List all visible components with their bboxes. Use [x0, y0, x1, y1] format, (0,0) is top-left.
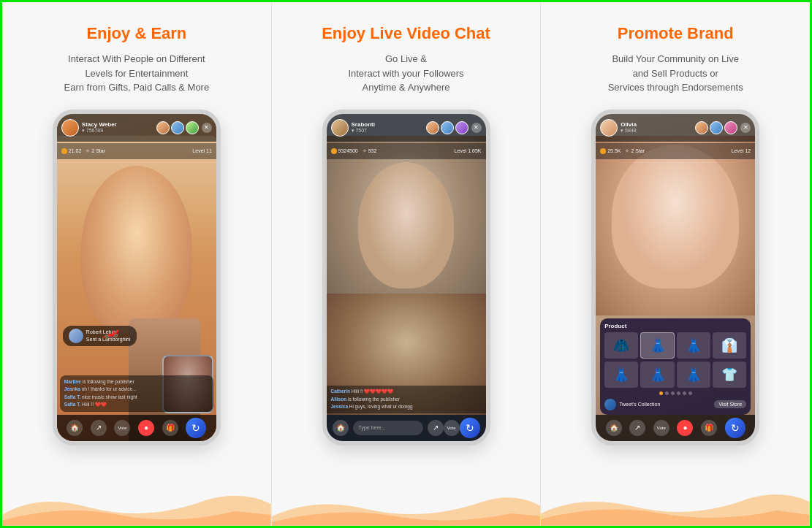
p3-share-icon[interactable]: ↗	[629, 420, 645, 436]
stat-star: ✧ 2 Star	[86, 148, 105, 154]
panel-live-chat: Enjoy Live Video Chat Go Live & Interact…	[272, 2, 542, 526]
panel2-stat-star: ✧ 932	[363, 148, 377, 154]
vote-icon[interactable]: Vote	[114, 420, 130, 436]
p3-vote-icon[interactable]: Vote	[653, 420, 669, 436]
panel2-face-top	[327, 136, 486, 315]
product-panel: Product 🧥 👗 👗 👔 👗 👗 👗 👕	[600, 318, 751, 415]
panel3-user-info: Olivia ▾ 5848	[621, 121, 695, 134]
panel2-face-top-inner	[327, 136, 486, 315]
share-icon[interactable]: ↗	[91, 420, 107, 436]
p2-vote-icon[interactable]: Vote	[444, 420, 460, 436]
stat-coins: 21.02	[61, 148, 82, 154]
panel2-phone: Srabonti ▾ 7507 ✕	[322, 110, 490, 445]
product-item-1[interactable]: 🧥	[604, 332, 638, 359]
p2-chat-line-1: Catherin Hiiii !! ❤️❤️❤️❤️❤️	[331, 388, 482, 395]
p2-share-icon[interactable]: ↗	[428, 420, 444, 436]
panel3-user-followers: ▾ 5848	[621, 128, 695, 134]
product-label: Product	[604, 323, 746, 329]
panel2-stat-coins: 9324500	[331, 148, 358, 154]
p3-record-icon[interactable]: ●	[677, 420, 693, 436]
panel1-bottom-bar: 🏠 ↗ Vote ● 🎁 ↻	[57, 415, 216, 441]
store-avatar	[604, 399, 616, 410]
record-icon[interactable]: ●	[138, 420, 154, 436]
p3-gift-icon[interactable]: 🎁	[701, 420, 717, 436]
p2-chat-line-3: Jessica Hi guys, loving what ur doingg	[331, 403, 482, 410]
visit-store-button[interactable]: Visit Store	[714, 400, 746, 408]
panel1-user-name: Stacy Weber	[82, 121, 156, 129]
chat-overlay: Martine is following the publisher Jeank…	[60, 375, 213, 412]
product-item-8[interactable]: 👕	[713, 361, 746, 388]
p3-home-icon[interactable]: 🏠	[606, 420, 622, 436]
dot-5	[683, 391, 686, 395]
avatar-dot-p3-1	[695, 121, 708, 134]
product-item-7[interactable]: 👗	[677, 361, 710, 388]
panel2-close-btn[interactable]: ✕	[471, 123, 482, 133]
product-item-3[interactable]: 👗	[677, 332, 710, 359]
type-input[interactable]: Type here...	[353, 421, 423, 435]
p2-home-icon[interactable]: 🏠	[333, 420, 349, 436]
chat-line-4: Safia T. Hiiii !! ❤️❤️	[64, 401, 209, 408]
gift-avatar	[69, 329, 83, 343]
p2-chat-line-2: Allison is following the publisher	[331, 396, 482, 403]
panel2-stat-level: Level 1.65K	[455, 148, 482, 153]
panel3-desc: Build Your Community on Live and Sell Pr…	[608, 52, 743, 95]
store-name: Tweet's Collection	[619, 402, 711, 407]
brush-accent-2	[272, 486, 541, 526]
panel3-stat-level: Level 12	[732, 148, 751, 153]
brush-accent-1	[2, 486, 271, 526]
panel3-stats: 25.5K ✧ 2 Star Level 12	[596, 143, 755, 159]
main-container: Enjoy & Earn Interact With People on Dif…	[2, 2, 810, 526]
product-item-5[interactable]: 👗	[604, 361, 638, 388]
panel3-phone: Olivia ▾ 5848 ✕	[591, 110, 759, 445]
panel2-user-followers: ▾ 7507	[352, 128, 426, 134]
p2-main-action-icon[interactable]: ↻	[460, 418, 480, 438]
panel-enjoy-earn: Enjoy & Earn Interact With People on Dif…	[2, 2, 272, 526]
panel1-title: Enjoy & Earn	[86, 24, 186, 43]
dot-4	[677, 391, 680, 395]
panel1-stats: 21.02 ✧ 2 Star Level 11	[57, 143, 216, 159]
product-item-4[interactable]: 👔	[713, 332, 746, 359]
gift-overlay: Robert Lebine Sent a Lamborghini	[63, 326, 137, 346]
chat-line-2: Jeanka oh ! thanks for ur advice...	[64, 386, 209, 393]
dot-2	[665, 391, 669, 395]
car-emoji: 🏎️	[100, 320, 120, 339]
panel2-title: Enjoy Live Video Chat	[322, 24, 490, 43]
panel2-user-name: Srabonti	[352, 121, 426, 129]
product-item-2[interactable]: 👗	[640, 332, 674, 359]
avatar-dot-p3-3	[724, 121, 737, 134]
panel2-user-avatar	[331, 119, 349, 137]
panel2-coin-icon	[331, 148, 337, 154]
avatar-dot-1	[156, 121, 170, 134]
panel3-user-avatar	[600, 119, 618, 137]
panel1-user-avatar	[61, 119, 79, 137]
product-dots	[604, 391, 746, 395]
panel3-bottom-bar: 🏠 ↗ Vote ● 🎁 ↻	[596, 415, 755, 441]
home-icon[interactable]: 🏠	[67, 420, 83, 436]
panel1-header-avatars	[156, 121, 199, 134]
panel3-coin-icon	[600, 148, 606, 154]
panel3-user-name: Olivia	[621, 121, 695, 129]
panel3-screen: Olivia ▾ 5848 ✕	[596, 114, 755, 441]
panel1-user-info: Stacy Weber ▾ 756789	[82, 121, 156, 134]
product-grid-row1: 🧥 👗 👗 👔	[604, 332, 746, 359]
panel1-screen: Stacy Weber ▾ 756789 ✕	[57, 114, 216, 441]
coin-icon	[61, 148, 67, 154]
p3-main-action-icon[interactable]: ↻	[725, 418, 745, 438]
panel2-chat-overlay: Catherin Hiiii !! ❤️❤️❤️❤️❤️ Allison is …	[327, 386, 486, 413]
panel3-close-btn[interactable]: ✕	[740, 123, 751, 133]
brush-accent-3	[541, 486, 810, 526]
panel1-header: Stacy Weber ▾ 756789 ✕	[57, 114, 216, 142]
gift-icon[interactable]: 🎁	[162, 420, 178, 436]
panel3-stat-coins: 25.5K	[600, 148, 621, 154]
dot-6	[688, 391, 692, 395]
panel2-stats: 9324500 ✧ 932 Level 1.65K	[327, 143, 486, 159]
panel-promote-brand: Promote Brand Build Your Community on Li…	[541, 2, 810, 526]
main-action-icon[interactable]: ↻	[186, 418, 206, 438]
panel3-face-bg	[596, 136, 755, 315]
panel1-close-btn[interactable]: ✕	[202, 123, 212, 133]
avatar-dot-p2-1	[426, 121, 439, 134]
panel3-title: Promote Brand	[618, 24, 734, 43]
stat-level: Level 11	[192, 148, 211, 153]
product-item-6[interactable]: 👗	[640, 361, 674, 388]
panel2-user-info: Srabonti ▾ 7507	[352, 121, 426, 134]
